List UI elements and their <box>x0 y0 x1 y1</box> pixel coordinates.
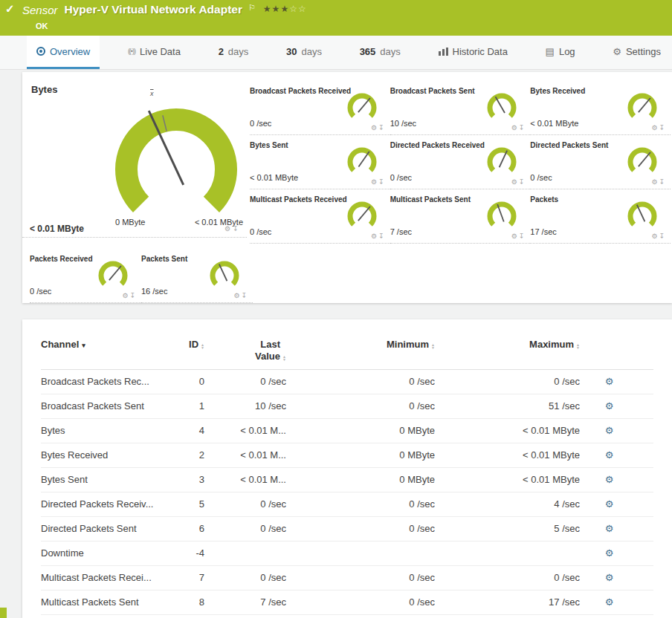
gauge-tile-value: 0 /sec <box>30 287 51 296</box>
star-empty[interactable]: ☆☆ <box>289 4 307 14</box>
gauge-tile-directed-packets-sent[interactable]: Directed Packets Sent 0 /sec ⚙↧ <box>530 135 671 189</box>
gear-icon[interactable]: ⚙ <box>511 232 519 240</box>
channel-name[interactable]: Multicast Packets Recei... <box>41 572 167 583</box>
pin-icon[interactable]: ↧ <box>659 232 666 240</box>
gear-icon[interactable]: ⚙ <box>122 292 129 299</box>
channel-name[interactable]: Multicast Packets Sent <box>41 596 167 608</box>
channel-settings-icon[interactable]: ⚙ <box>605 498 614 510</box>
gear-icon[interactable]: ⚙ <box>511 124 519 131</box>
channel-name[interactable]: Bytes Received <box>41 449 167 461</box>
channel-settings-icon[interactable]: ⚙ <box>605 474 614 485</box>
gauge-tile-packets-received[interactable]: Packets Received 0 /sec ⚙↧ <box>30 249 141 303</box>
pin-icon[interactable]: ↧ <box>129 292 137 299</box>
gear-icon[interactable]: ⚙ <box>371 232 378 240</box>
channel-name[interactable]: Bytes Sent <box>41 474 167 485</box>
gauge-dial <box>626 146 659 178</box>
gauge-tile-multicast-packets-received[interactable]: Multicast Packets Received 0 /sec ⚙↧ <box>250 189 390 244</box>
channel-settings-icon[interactable]: ⚙ <box>605 376 614 387</box>
gear-icon[interactable]: ⚙ <box>511 178 519 186</box>
tab-label: days <box>380 46 400 57</box>
channel-id: 1 <box>167 400 204 412</box>
gauge-dial <box>485 146 518 178</box>
column-header-minimum[interactable]: Minimum▲▼ <box>286 339 435 350</box>
channel-id: -4 <box>167 547 204 559</box>
main-gauge[interactable]: x 0 MByte < 0.01 MByte < 0.01 MByte ⚙↧ <box>22 72 247 238</box>
pin-icon[interactable]: ↧ <box>519 232 526 240</box>
main-gauge-dial <box>110 103 242 235</box>
pin-icon[interactable]: ↧ <box>233 225 241 232</box>
channel-settings-icon[interactable]: ⚙ <box>605 400 614 412</box>
channel-last-value: 7 /sec <box>204 596 286 608</box>
channel-settings-icon[interactable]: ⚙ <box>605 572 614 583</box>
gauge-tile-broadcast-packets-received[interactable]: Broadcast Packets Received 0 /sec ⚙↧ <box>250 81 390 135</box>
gear-icon[interactable]: ⚙ <box>233 292 241 299</box>
gauge-tile-multicast-packets-sent[interactable]: Multicast Packets Sent 7 /sec ⚙↧ <box>390 189 531 244</box>
gauges-panel: Bytes x 0 MByte < 0.01 MByte < 0.01 MByt… <box>22 72 672 303</box>
tab-2-days[interactable]: 2 days <box>209 36 259 69</box>
table-row: Directed Packets Receiv... 5 0 /sec 0 /s… <box>41 492 653 517</box>
column-header-last-value[interactable]: Last Value▲▼ <box>204 339 286 363</box>
channel-settings-icon[interactable]: ⚙ <box>605 596 614 608</box>
tab-historic-data[interactable]: Historic Data <box>429 36 517 69</box>
tab-overview[interactable]: Overview <box>27 36 100 69</box>
gauge-tile-directed-packets-received[interactable]: Directed Packets Received 0 /sec ⚙↧ <box>390 135 531 189</box>
channel-maximum: 0 /sec <box>435 376 580 387</box>
gauge-dial <box>346 200 378 232</box>
column-header-maximum[interactable]: Maximum▲▼ <box>435 339 580 350</box>
channel-settings-icon[interactable]: ⚙ <box>605 449 614 461</box>
table-row: Broadcast Packets Sent 1 10 /sec 0 /sec … <box>41 394 653 419</box>
tab-log[interactable]: ▤ Log <box>536 36 585 69</box>
gear-icon[interactable]: ⚙ <box>651 232 659 240</box>
gauge-tile-bytes-sent[interactable]: Bytes Sent < 0.01 MByte ⚙↧ <box>250 135 390 189</box>
channel-name[interactable]: Directed Packets Sent <box>41 523 167 534</box>
pin-icon[interactable]: ↧ <box>241 292 248 299</box>
gauge-tile-broadcast-packets-sent[interactable]: Broadcast Packets Sent 10 /sec ⚙↧ <box>390 81 531 135</box>
gear-icon[interactable]: ⚙ <box>371 124 378 131</box>
pin-icon[interactable]: ↧ <box>519 124 526 131</box>
channel-last-value: < 0.01 M... <box>204 449 286 461</box>
channel-maximum: < 0.01 MByte <box>435 425 580 436</box>
channel-minimum: 0 MByte <box>286 425 435 436</box>
channel-name[interactable]: Directed Packets Receiv... <box>41 498 167 510</box>
status-check-icon: ✓ <box>5 2 15 16</box>
column-header-id[interactable]: ID▲▼ <box>167 339 204 350</box>
priority-stars[interactable]: ★★★☆☆ <box>263 4 307 14</box>
tab-settings[interactable]: ⚙ Settings <box>603 36 671 69</box>
gear-icon[interactable]: ⚙ <box>651 178 659 186</box>
gear-icon[interactable]: ⚙ <box>371 178 378 186</box>
table-row: Downtime -4 ⚙ <box>41 541 653 566</box>
gauge-tile-bytes-received[interactable]: Bytes Received < 0.01 MByte ⚙↧ <box>530 81 671 135</box>
channel-name[interactable]: Broadcast Packets Rec... <box>41 376 167 387</box>
channel-name[interactable]: Bytes <box>41 425 167 436</box>
channel-maximum: 4 /sec <box>435 498 580 510</box>
channel-last-value: 0 /sec <box>204 523 286 534</box>
pin-icon[interactable]: ↧ <box>378 178 386 186</box>
pin-icon[interactable]: ↧ <box>378 124 386 131</box>
pin-icon[interactable]: ↧ <box>378 232 386 240</box>
channel-settings-icon[interactable]: ⚙ <box>605 425 614 436</box>
channel-minimum: 0 MByte <box>286 474 435 485</box>
pin-icon[interactable]: ↧ <box>659 124 666 131</box>
column-label: Last Value <box>246 339 280 363</box>
channel-settings-icon[interactable]: ⚙ <box>605 547 614 559</box>
gear-icon[interactable]: ⚙ <box>224 225 233 232</box>
channel-minimum: 0 /sec <box>286 376 435 387</box>
gear-icon[interactable]: ⚙ <box>651 124 659 131</box>
pin-icon[interactable]: ↧ <box>519 178 526 186</box>
gauge-tile-packets[interactable]: Packets 17 /sec ⚙↧ <box>530 189 671 244</box>
channel-id: 4 <box>167 425 204 436</box>
tab-30-days[interactable]: 30 days <box>277 36 332 69</box>
channel-id: 8 <box>167 596 204 608</box>
gauge-tile-packets-sent[interactable]: Packets Sent 16 /sec ⚙↧ <box>141 249 253 303</box>
star-filled[interactable]: ★★★ <box>263 4 289 14</box>
channel-name[interactable]: Downtime <box>41 547 167 559</box>
tab-365-days[interactable]: 365 days <box>350 36 410 69</box>
pin-icon[interactable]: ↧ <box>659 178 666 186</box>
channel-name[interactable]: Broadcast Packets Sent <box>41 400 167 412</box>
channel-settings-icon[interactable]: ⚙ <box>605 523 614 534</box>
column-header-channel[interactable]: Channel▾ <box>41 339 167 350</box>
channel-last-value: 0 /sec <box>204 572 286 583</box>
tab-live-data[interactable]: ((•)) Live Data <box>118 36 190 69</box>
channel-minimum: 0 /sec <box>286 572 435 583</box>
channel-last-value: 0 /sec <box>204 498 286 510</box>
